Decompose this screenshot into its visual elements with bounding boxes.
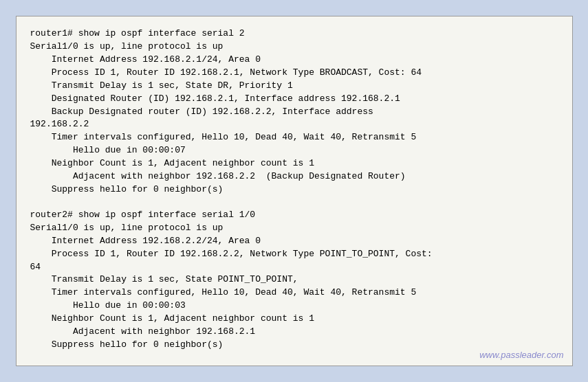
terminal-output: router1# show ip ospf interface serial 2… bbox=[30, 27, 558, 351]
terminal-window: router1# show ip ospf interface serial 2… bbox=[16, 16, 573, 366]
watermark: www.passleader.com bbox=[479, 350, 563, 360]
